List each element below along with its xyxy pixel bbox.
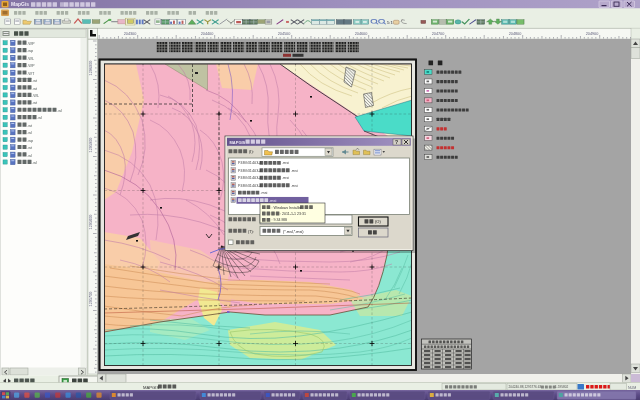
- svg-text:.wl: .wl: [37, 115, 42, 120]
- svg-text:.msi: .msi: [269, 199, 276, 203]
- svg-text:.msi: .msi: [282, 161, 289, 165]
- svg-text:: Windows Installer: : Windows Installer: [272, 206, 303, 210]
- svg-text:(*.msl,*.msi): (*.msl,*.msi): [283, 230, 304, 234]
- svg-text:204900: 204900: [586, 32, 599, 36]
- svg-text:.wl: .wl: [27, 130, 32, 135]
- svg-text:.WP: .WP: [27, 63, 35, 68]
- svg-text:1.595802: 1.595802: [555, 385, 569, 389]
- svg-text:1:1: 1:1: [387, 21, 393, 24]
- svg-text:.WP: .WP: [27, 41, 35, 46]
- svg-text:P48G31403-4: P48G31403-4: [238, 169, 262, 173]
- svg-text:204300: 204300: [124, 32, 137, 36]
- svg-text:: 2011-1-1 23:31: : 2011-1-1 23:31: [280, 212, 306, 216]
- svg-text:.wl: .wl: [27, 153, 32, 158]
- svg-text:.msi: .msi: [291, 184, 298, 188]
- svg-text:MAPGIS: MAPGIS: [143, 385, 159, 390]
- svg-text:.wl: .wl: [57, 108, 62, 113]
- svg-text:1296000: 1296000: [89, 61, 93, 76]
- svg-text:NUM: NUM: [628, 386, 636, 390]
- svg-text:P48G31403-4: P48G31403-4: [238, 176, 262, 180]
- svg-text:P48G31403-4: P48G31403-4: [238, 161, 262, 165]
- svg-text:.msi: .msi: [282, 176, 289, 180]
- svg-text:1295900: 1295900: [89, 138, 93, 153]
- svg-text:1295700: 1295700: [89, 292, 93, 307]
- svg-text:: 9.34 MB: : 9.34 MB: [272, 218, 288, 222]
- svg-text:204240.88,1295776.63: 204240.88,1295776.63: [509, 385, 542, 389]
- svg-text:1295800: 1295800: [89, 215, 93, 230]
- svg-text:MAPGIS: MAPGIS: [230, 140, 246, 145]
- svg-text:(T):: (T):: [248, 230, 254, 234]
- svg-text:MapGis: MapGis: [11, 1, 29, 7]
- svg-text:.wp: .wp: [27, 138, 33, 143]
- svg-text:.WL: .WL: [27, 56, 35, 61]
- svg-text:.msi: .msi: [261, 191, 268, 195]
- svg-text:(I):: (I):: [249, 149, 254, 154]
- svg-text:?: ?: [395, 139, 398, 145]
- svg-text:204800: 204800: [509, 32, 522, 36]
- svg-text:.wp: .wp: [27, 48, 33, 53]
- svg-text:P48G31403-4: P48G31403-4: [238, 184, 262, 188]
- svg-text:204400: 204400: [201, 32, 214, 36]
- svg-text:.msi: .msi: [291, 169, 298, 173]
- svg-text:204700: 204700: [432, 32, 445, 36]
- svg-text:204600: 204600: [355, 32, 368, 36]
- svg-text:.wl: .wl: [32, 160, 37, 165]
- svg-text:(O): (O): [375, 219, 381, 224]
- svg-text:204500: 204500: [278, 32, 291, 36]
- svg-text:.WL: .WL: [32, 93, 40, 98]
- svg-text:.WT: .WT: [27, 71, 35, 76]
